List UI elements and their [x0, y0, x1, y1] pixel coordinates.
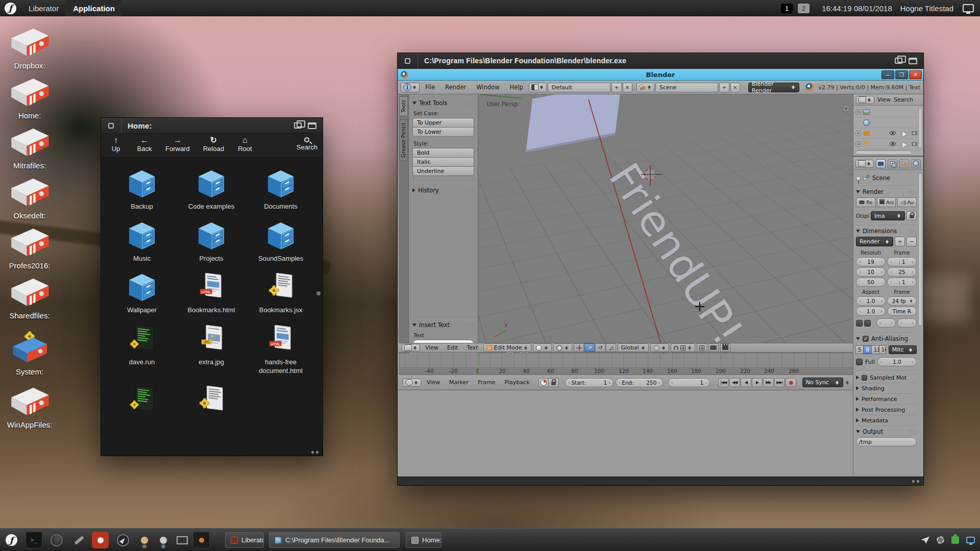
text-extrusion-face[interactable]	[526, 94, 622, 152]
remove-preset-button[interactable]: −	[906, 237, 917, 246]
proportional-edit-dropdown[interactable]	[650, 343, 669, 352]
panel-grip-icon[interactable]: ::::	[466, 188, 474, 193]
reload-button[interactable]: ↻ Reload	[203, 136, 224, 153]
workspace-1-badge[interactable]: 1	[781, 4, 793, 13]
view-menu[interactable]: View	[422, 344, 442, 351]
tab-render-layers[interactable]	[888, 159, 897, 168]
outliner-row-scene[interactable]: +	[854, 107, 917, 117]
desktop-icon-mitrafiles[interactable]: Mitrafiles:	[1, 124, 58, 170]
metadata-panel-header[interactable]: Metadata	[856, 415, 917, 426]
lock-interface-button[interactable]	[906, 211, 917, 220]
screen-layout-icon-button[interactable]	[529, 83, 547, 92]
sampled-motion-panel-header[interactable]: Sampled Mot	[856, 372, 917, 383]
desktop-icon-sharedfiles[interactable]: Sharedfiles:	[1, 274, 58, 320]
desktop-icon-oksedelt[interactable]: Oksedelt:	[1, 174, 58, 220]
pin-icon[interactable]	[856, 176, 861, 181]
aspect-y-field[interactable]: ‹1.0›	[856, 307, 886, 316]
scale-manipulator-button[interactable]: ◿	[606, 343, 616, 352]
expand-icon[interactable]: +	[855, 131, 861, 136]
file-documents[interactable]: Documents	[246, 167, 315, 211]
antialiasing-panel-header[interactable]: ✓ Anti-Aliasing	[856, 335, 917, 342]
time-new-field[interactable]: ‹›	[897, 318, 917, 328]
display-icon[interactable]	[963, 4, 974, 12]
resize-grip[interactable]	[311, 451, 318, 454]
close-layout-button[interactable]: ×	[623, 83, 632, 92]
jump-to-start-button[interactable]: |◀◀	[718, 378, 729, 387]
window-menu-icon[interactable]	[398, 53, 418, 69]
shading-panel-header[interactable]: Shading	[856, 383, 917, 394]
outliner-row-camera[interactable]: +	[854, 128, 917, 139]
render-still-button[interactable]: Re	[856, 197, 875, 207]
send-plane-icon[interactable]	[921, 537, 929, 544]
file-bookmarks-html[interactable]: HTMLBookmarks.html	[177, 271, 246, 315]
render-animation-button[interactable]: Ani	[877, 197, 896, 207]
file-handsfree-html[interactable]: HTMLhands-free document.html	[246, 323, 315, 375]
render-preset-dropdown[interactable]: Render	[856, 237, 893, 246]
jump-to-end-button[interactable]: ▶▶|	[774, 378, 785, 387]
expand-icon[interactable]: +	[855, 141, 861, 147]
taskbar-button-liberator[interactable]: Liberator	[225, 532, 264, 548]
selectable-cursor-icon[interactable]	[900, 130, 906, 136]
visibility-eye-icon[interactable]	[890, 131, 896, 135]
friend-logo-icon[interactable]: ƒ	[5, 3, 16, 14]
header-collapse-spinner[interactable]	[845, 379, 850, 386]
workspace-2-badge[interactable]: 2	[798, 4, 810, 13]
resolution-x-field[interactable]: ‹19›	[856, 257, 886, 266]
lock-time-button[interactable]	[549, 378, 559, 387]
render-audio-button[interactable]: ◁)Au	[897, 197, 917, 207]
aa-samples-11[interactable]: 11	[871, 345, 879, 354]
taskbar-capture-icon[interactable]	[193, 532, 210, 548]
menu-window[interactable]: Window	[472, 84, 504, 91]
add-scene-button[interactable]: +	[719, 83, 729, 92]
outliner-hscrollbar[interactable]	[855, 151, 912, 155]
file-extra-jpg[interactable]: JPGextra.jpg	[177, 323, 246, 375]
viewport-shading-dropdown[interactable]	[533, 343, 552, 352]
screen-share-icon[interactable]	[966, 537, 975, 543]
aspect-x-field[interactable]: ‹1.0›	[856, 296, 886, 306]
file-backup[interactable]: Backup	[107, 167, 177, 211]
add-preset-button[interactable]: +	[895, 237, 905, 246]
taskbar-frames-icon[interactable]	[174, 532, 190, 548]
taskbar-button-blender[interactable]: C:\Program Files\Blender Founda...	[269, 532, 400, 548]
window-duplicate-icon[interactable]	[895, 58, 902, 64]
scene-field[interactable]: Scene	[655, 83, 718, 92]
menu-file[interactable]: File	[421, 84, 439, 91]
text-menu[interactable]: Text	[463, 344, 481, 351]
bold-button[interactable]: Bold	[412, 148, 474, 158]
visibility-eye-icon[interactable]	[890, 142, 896, 146]
file-soundsamples[interactable]: SoundSamples	[246, 219, 315, 263]
timeline-frame-menu[interactable]: Frame	[474, 379, 499, 386]
outliner-row-world[interactable]	[854, 117, 917, 128]
file-music[interactable]: Music	[107, 219, 177, 263]
taskbar-tools-icon[interactable]	[70, 532, 87, 548]
tab-scene[interactable]	[899, 159, 909, 168]
insert-text-panel-header[interactable]: Insert Text::::	[412, 321, 474, 329]
menu-liberator[interactable]: Liberator	[21, 0, 66, 16]
rotate-manipulator-button[interactable]: ↺	[595, 343, 605, 352]
editor-type-button[interactable]	[855, 160, 874, 168]
outliner-row-lamp[interactable]: +	[854, 139, 917, 149]
italic-button[interactable]: Italic	[412, 157, 474, 167]
expand-icon[interactable]: +	[855, 109, 861, 115]
end-frame-field[interactable]: ‹End: 250›	[616, 378, 663, 387]
aa-samples-8[interactable]: 8	[863, 345, 871, 354]
desktop-icon-dropbox[interactable]: Dropbox:	[1, 24, 58, 70]
manipulator-axes-button[interactable]	[574, 343, 584, 352]
jump-next-keyframe-button[interactable]: ▶▶	[763, 378, 774, 387]
aa-filter-dropdown[interactable]: Mitc	[889, 345, 917, 354]
file-dave-run[interactable]: dave.run	[107, 323, 177, 375]
renderable-camera-icon[interactable]	[912, 142, 917, 146]
taskbar-dial-icon[interactable]	[48, 532, 65, 548]
file-partial-2[interactable]	[177, 384, 246, 415]
scene-icon-button[interactable]	[636, 83, 654, 92]
search-button[interactable]: Search	[297, 136, 317, 151]
desktop-icon-system[interactable]: System:	[1, 331, 58, 376]
menu-help[interactable]: Help	[505, 84, 528, 91]
panel-grip-icon[interactable]: ::::	[466, 101, 474, 106]
outliner-view-menu[interactable]: View	[877, 96, 891, 103]
current-frame-field[interactable]: ‹1›	[668, 378, 710, 387]
menu-application[interactable]: Application	[66, 0, 122, 16]
scrollbar-handle[interactable]	[316, 291, 321, 295]
add-layout-button[interactable]: +	[611, 83, 621, 92]
pivot-dropdown[interactable]	[553, 343, 572, 352]
